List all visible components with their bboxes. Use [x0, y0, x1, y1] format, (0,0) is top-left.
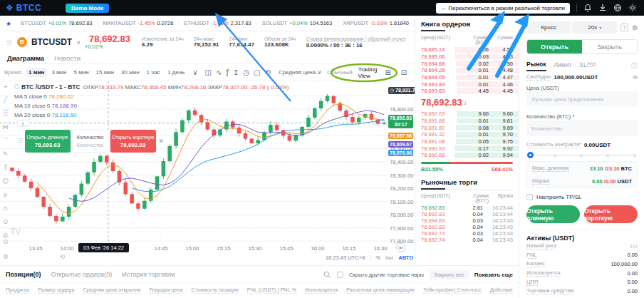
hide-pairs-checkbox[interactable]	[337, 272, 343, 278]
orderbook-row[interactable]: 78,694.260.014.48	[415, 67, 519, 74]
margin-mode-select[interactable]: Кросс	[526, 21, 571, 34]
orderbook-row[interactable]: 78,695.240.064.59	[415, 46, 519, 53]
ticker-item[interactable]: ETHUSDT-1.18%2,317.83	[179, 20, 256, 26]
ticker-item[interactable]: MANTAUSDT-1.45%0.0726	[98, 20, 180, 26]
interval-5мин[interactable]: 5 мин	[71, 68, 91, 77]
tab-news[interactable]: Новости	[54, 54, 80, 62]
log-scale-button[interactable]: лог	[385, 255, 393, 261]
go-to-realtime-button[interactable]: ≫	[396, 243, 405, 252]
fullscreen-icon[interactable]: ⊡	[399, 68, 409, 76]
orderbook-row[interactable]: 78,693.634.454.45	[415, 88, 519, 95]
chevron-down-icon[interactable]: ∨	[76, 39, 80, 46]
show-more-link[interactable]: Показать еще	[474, 272, 513, 278]
interval-1мин[interactable]: 1 мин	[26, 68, 47, 77]
indicators-icon[interactable]: ƒ	[224, 68, 231, 76]
pattern-tool-icon[interactable]: ⋈	[2, 123, 9, 130]
chart-lock-icon[interactable]: ⊙	[3, 238, 9, 245]
text-tool-icon[interactable]: T	[4, 164, 8, 171]
last-price-row[interactable]: 78,692.83 ↓	[415, 95, 519, 111]
snapshot-icon[interactable]: ⟲	[263, 68, 273, 76]
ticker-item[interactable]: BTCUSDT+0.01%78,692.83	[16, 20, 98, 26]
switch-real-trading-button[interactable]: ← Переключиться в режим реальной торговл…	[436, 3, 570, 14]
orderbook-row[interactable]: 78,691.080.059.75	[415, 138, 519, 145]
column-header[interactable]: Средняя цена открытия	[83, 287, 140, 294]
avg-price-selector[interactable]: Средняя цена ∨	[276, 68, 324, 77]
theme-icon[interactable]	[628, 4, 637, 12]
gear-icon[interactable]: ⚙	[632, 24, 638, 31]
brush-tool-icon[interactable]: ✎	[3, 150, 9, 158]
orderbook-row[interactable]: 78,695.060.034.53	[415, 53, 519, 61]
orderbook-row[interactable]: 78,690.930.179.92	[415, 145, 519, 152]
favorites-star-icon[interactable]: ★	[6, 20, 11, 27]
orderbook-row[interactable]: 78,691.320.019.70	[415, 131, 519, 138]
mode-tradingview[interactable]: Trading View	[358, 66, 378, 79]
leverage-select[interactable]: 20x▾	[572, 21, 616, 34]
column-header[interactable]: Используется	[305, 287, 338, 294]
close-all-button[interactable]: Закрыть все	[430, 270, 469, 279]
bell-icon[interactable]	[583, 4, 592, 12]
tpsl-checkbox-row[interactable]: Настроить TP/SL	[526, 194, 582, 200]
open-tab[interactable]: Открыть	[527, 40, 582, 53]
orderbook-row[interactable]: 78,690.680.029.94	[415, 152, 519, 159]
column-header[interactable]: Продукты	[6, 287, 29, 294]
compare-icon[interactable]: ▢	[251, 68, 262, 76]
tpsl-checkbox[interactable]	[526, 194, 533, 200]
download-icon[interactable]	[598, 4, 607, 12]
lock-tool-icon[interactable]: ⊙	[3, 218, 9, 225]
tab-trade-history[interactable]: История торговли	[122, 271, 175, 278]
globe-icon[interactable]	[613, 4, 622, 12]
tab-positions[interactable]: Позиции(0)	[6, 271, 41, 278]
unit-toggle[interactable]: %	[633, 74, 638, 81]
column-header[interactable]: Текущая цена	[149, 287, 182, 294]
orderbook-row[interactable]: 78,692.039.609.60	[415, 111, 519, 118]
column-header[interactable]: Расчетная цена ликвидации	[346, 287, 415, 294]
interval-15мин[interactable]: 15 мин	[93, 68, 118, 77]
interval-1день[interactable]: 1 день	[165, 68, 187, 77]
grid-layout-icon[interactable]: ⊞	[383, 68, 393, 76]
column-header[interactable]: Размер ордера	[38, 287, 75, 294]
mode-normal[interactable]: Обычный	[327, 69, 352, 76]
tab-limit[interactable]: Лимит	[554, 61, 572, 71]
demo-mode-badge[interactable]: Demo Mode	[66, 4, 109, 13]
orderbook-row[interactable]: 78,694.050.014.47	[415, 74, 519, 81]
chevron-down-icon[interactable]: ∨	[190, 68, 199, 76]
chart-area[interactable]: ＋╱☰⋈⌒✎T☺⌀∩⊙◎ BTC /USDT - 1 - BTCОТКР78,3…	[0, 81, 415, 265]
help-icon[interactable]: ?	[620, 24, 628, 31]
fib-tool-icon[interactable]: ☰	[2, 110, 8, 117]
line-style-icon[interactable]: ∿	[214, 68, 224, 76]
interval-30мин[interactable]: 30 мин	[118, 68, 142, 77]
orderbook-row[interactable]: 78,691.600.089.69	[415, 124, 519, 131]
orderbook-title[interactable]: Книга ордеров	[421, 20, 513, 31]
drag-handle-icon[interactable]: ⠿	[19, 138, 24, 145]
candles-icon[interactable]: ◫	[203, 68, 214, 76]
measure-tool-icon[interactable]: ⌀	[4, 191, 7, 198]
ticker-item[interactable]: XRPUSDT-0.03%1.61840	[338, 20, 415, 26]
open-short-button[interactable]: Открыть короткую	[584, 205, 638, 223]
interval-3мин[interactable]: 3 мин	[48, 68, 69, 77]
quantity-slider[interactable]	[528, 153, 636, 158]
close-icon[interactable]: ✕	[159, 138, 165, 145]
tab-market[interactable]: Рынок	[526, 61, 546, 71]
search-icon[interactable]	[323, 271, 331, 279]
orderbook-row[interactable]: 78,691.880.019.61	[415, 118, 519, 125]
instrument-name[interactable]: BTCUSDT	[31, 37, 72, 47]
tab-chart[interactable]: Диаграмма	[7, 54, 44, 62]
close-tab[interactable]: Закрыть	[582, 40, 637, 53]
legend-collapse-button[interactable]: ∧	[17, 120, 28, 127]
arc-tool-icon[interactable]: ⌒	[2, 137, 9, 144]
chart-qty-box[interactable]: Количество Количество	[71, 130, 110, 153]
column-header[interactable]: Действие	[490, 287, 513, 294]
emoji-tool-icon[interactable]: ☺	[2, 178, 9, 185]
price-input[interactable]	[526, 91, 638, 107]
percent-scale-button[interactable]: %	[375, 255, 380, 261]
tab-sltp[interactable]: SL/TP	[579, 61, 596, 71]
column-header[interactable]: PNL (USDT) | PNL %	[247, 287, 296, 294]
magnet-tool-icon[interactable]: ∩	[3, 205, 8, 212]
crosshair-tool-icon[interactable]: ＋	[2, 83, 9, 90]
column-header[interactable]: Тейк-профит| Стоп-лосс	[423, 287, 482, 294]
open-long-button[interactable]: Открыть длинную	[526, 205, 580, 223]
info-icon[interactable]: ⓘ	[631, 61, 638, 71]
orderbook-row[interactable]: 78,694.680.024.50	[415, 60, 519, 67]
interval-1час[interactable]: 1 час	[144, 68, 163, 77]
ticker-item[interactable]: SOLUSDT+0.04%104.5163	[257, 20, 338, 26]
